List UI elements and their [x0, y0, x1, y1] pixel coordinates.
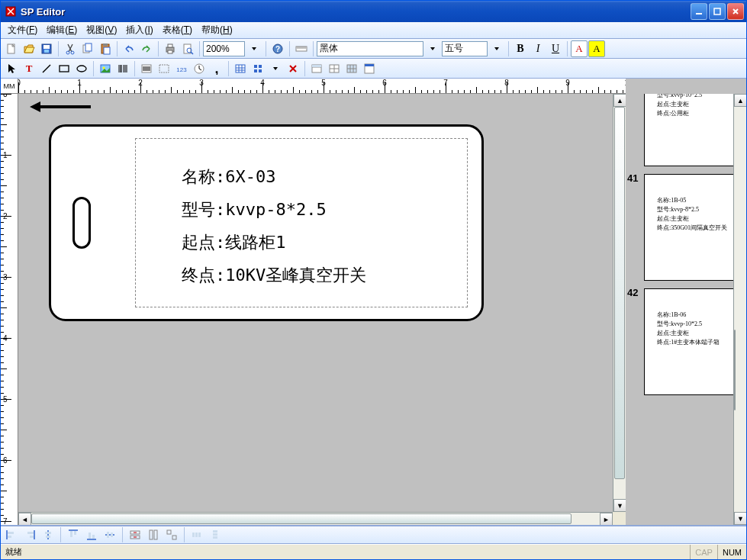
- svg-rect-50: [74, 531, 76, 535]
- svg-rect-6: [44, 50, 49, 53]
- scroll-up-button[interactable]: ▲: [613, 94, 626, 107]
- svg-point-24: [77, 66, 86, 72]
- save-button[interactable]: [38, 40, 55, 57]
- maximize-button[interactable]: [709, 3, 726, 20]
- close-button[interactable]: [727, 3, 744, 20]
- print-preview-button[interactable]: [179, 40, 196, 57]
- italic-button[interactable]: I: [530, 40, 546, 57]
- align-right-button[interactable]: [21, 526, 38, 543]
- svg-rect-53: [107, 532, 109, 538]
- align-bottom-button[interactable]: [83, 526, 100, 543]
- select-area-tool-button[interactable]: [156, 60, 172, 77]
- delete-button[interactable]: [285, 60, 301, 77]
- menu-file[interactable]: 文件(F): [3, 22, 42, 38]
- font-select[interactable]: [317, 41, 423, 56]
- highlight-button[interactable]: A: [588, 40, 605, 57]
- help-button[interactable]: ?: [269, 40, 286, 57]
- bold-button[interactable]: B: [512, 40, 529, 57]
- vertical-scrollbar[interactable]: ▲ ▼: [613, 94, 626, 512]
- new-button[interactable]: [3, 40, 20, 57]
- svg-rect-42: [365, 64, 374, 66]
- grid-dropdown-button[interactable]: [267, 60, 284, 77]
- zoom-dropdown-button[interactable]: [246, 40, 262, 57]
- ruler-toggle-button[interactable]: [293, 40, 310, 57]
- align-left-button[interactable]: [3, 526, 20, 543]
- svg-rect-36: [259, 69, 262, 72]
- counter-tool-button[interactable]: 123: [173, 60, 190, 77]
- barcode2-tool-button[interactable]: [138, 60, 155, 77]
- print-button[interactable]: [162, 40, 179, 57]
- svg-rect-10: [85, 43, 92, 51]
- open-button[interactable]: [21, 40, 37, 57]
- scroll-down-button[interactable]: ▼: [613, 499, 626, 512]
- time-tool-button[interactable]: [191, 60, 208, 77]
- line-tool-button[interactable]: [38, 60, 55, 77]
- table2-button[interactable]: [326, 60, 343, 77]
- font-dropdown-button[interactable]: [424, 40, 441, 57]
- font-color-button[interactable]: A: [571, 40, 588, 57]
- scroll-up-button[interactable]: ▲: [734, 94, 746, 107]
- same-width-button[interactable]: [127, 526, 143, 543]
- horizontal-scrollbar[interactable]: ◄ ►: [18, 512, 613, 525]
- paste-button[interactable]: [97, 40, 114, 57]
- rectangle-tool-button[interactable]: [56, 60, 72, 77]
- thumbnail-item[interactable]: 41名称:1B-05型号:kvvp-8*2.5起点:主变柜终点:350G01间隔…: [629, 174, 743, 281]
- menu-edit[interactable]: 编辑(E): [42, 22, 82, 38]
- zoom-select[interactable]: [203, 41, 245, 56]
- properties-button[interactable]: [361, 60, 378, 77]
- same-height-button[interactable]: [145, 526, 162, 543]
- svg-rect-47: [45, 532, 51, 534]
- thumbnail-item[interactable]: 40名称:1B-04型号:kvvp-10*2.5起点:主变柜终点:公用柜: [629, 94, 743, 166]
- size-dropdown-button[interactable]: [488, 40, 505, 57]
- thumbnail-item[interactable]: 42名称:1B-06型号:kvvp-10*2.5起点:主变柜终点:1#主变本体端…: [629, 288, 743, 395]
- same-size-button[interactable]: [163, 526, 180, 543]
- undo-button[interactable]: [121, 40, 137, 57]
- svg-rect-62: [195, 533, 198, 537]
- grid-tool-button[interactable]: [250, 60, 266, 77]
- field-label: 起点: [182, 233, 215, 252]
- font-size-select[interactable]: [442, 41, 488, 56]
- toolbar-drawing: T 123 ,: [1, 59, 746, 79]
- minimize-button[interactable]: [691, 3, 707, 20]
- scroll-left-button[interactable]: ◄: [18, 513, 31, 525]
- field-value: kvvp-8*2.5: [225, 200, 326, 219]
- ellipse-tool-button[interactable]: [73, 60, 90, 77]
- status-cap: CAP: [690, 545, 717, 559]
- cut-button[interactable]: [62, 40, 79, 57]
- vertical-ruler: 01234567: [1, 94, 18, 525]
- menu-view[interactable]: 视图(V): [82, 22, 121, 38]
- align-center-h-button[interactable]: [40, 526, 56, 543]
- dist-v-button[interactable]: [207, 526, 224, 543]
- label-card[interactable]: 名称:6X-03 型号:kvvp-8*2.5 起点:线路柜1 终点:10KV圣峰…: [49, 124, 484, 321]
- menu-help[interactable]: 帮助(H): [197, 22, 237, 38]
- svg-rect-35: [254, 69, 257, 72]
- label-text-area[interactable]: 名称:6X-03 型号:kvvp-8*2.5 起点:线路柜1 终点:10KV圣峰…: [135, 138, 468, 307]
- table3-button[interactable]: [343, 60, 360, 77]
- table1-button[interactable]: [308, 60, 325, 77]
- svg-rect-66: [213, 536, 217, 539]
- text-tool-button[interactable]: T: [21, 60, 37, 77]
- pointer-tool-button[interactable]: [3, 60, 20, 77]
- dist-h-button[interactable]: [188, 526, 205, 543]
- copy-button[interactable]: [79, 40, 96, 57]
- svg-rect-60: [172, 536, 176, 539]
- redo-button[interactable]: [138, 40, 155, 57]
- menu-insert[interactable]: 插入(I): [121, 22, 157, 38]
- menu-table[interactable]: 表格(T): [158, 22, 197, 38]
- svg-rect-59: [167, 530, 171, 534]
- dot-tool-button[interactable]: ,: [208, 60, 225, 77]
- scroll-right-button[interactable]: ►: [600, 513, 613, 525]
- scroll-down-button[interactable]: ▼: [734, 512, 746, 525]
- svg-rect-2: [714, 8, 720, 14]
- align-top-button[interactable]: [65, 526, 82, 543]
- barcode-tool-button[interactable]: [114, 60, 131, 77]
- thumbnails-list[interactable]: 起点:主变柜终点:350G01间隔真空开关40名称:1B-04型号:kvvp-1…: [626, 94, 746, 525]
- thumbnails-scrollbar[interactable]: ▲ ▼: [733, 94, 746, 525]
- svg-rect-63: [198, 533, 201, 537]
- grid-insert-button[interactable]: [232, 60, 249, 77]
- image-tool-button[interactable]: [97, 60, 114, 77]
- canvas[interactable]: 名称:6X-03 型号:kvvp-8*2.5 起点:线路柜1 终点:10KV圣峰…: [18, 94, 626, 525]
- align-middle-v-button[interactable]: [101, 526, 118, 543]
- underline-button[interactable]: U: [547, 40, 564, 57]
- svg-rect-33: [254, 65, 257, 68]
